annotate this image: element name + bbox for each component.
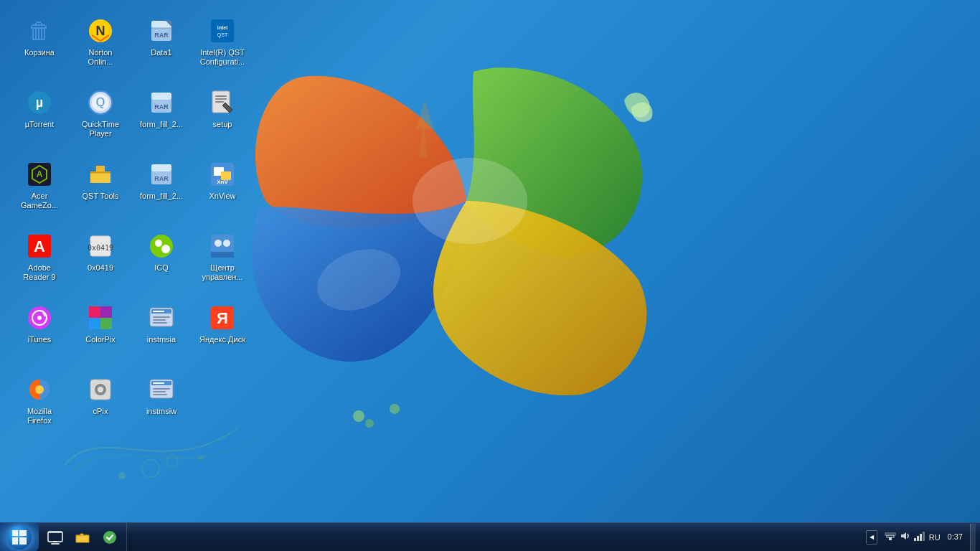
svg-rect-77	[153, 394, 167, 395]
tray-network-icon[interactable]	[885, 530, 896, 544]
svg-point-51	[223, 240, 230, 247]
svg-rect-58	[100, 318, 112, 329]
icon-quicktime-player[interactable]: Q QuickTimePlayer	[72, 83, 129, 147]
icon-cpix[interactable]: cPix	[72, 369, 129, 434]
svg-point-3	[365, 419, 374, 428]
tray-language-indicator[interactable]: RU	[929, 533, 941, 542]
icon-instmsiw[interactable]: instmsiw	[133, 369, 190, 434]
icon-data1[interactable]: RAR Data1	[133, 11, 190, 75]
tray-icons-group	[885, 530, 925, 544]
svg-point-0	[413, 158, 527, 244]
svg-point-4	[390, 404, 400, 414]
icon-acer-gamezone[interactable]: A AcerGameZo...	[11, 154, 68, 219]
system-tray: ◀	[862, 523, 980, 551]
svg-rect-35	[151, 164, 171, 171]
svg-rect-64	[153, 322, 167, 324]
svg-text:A: A	[37, 169, 43, 179]
tray-expand-button[interactable]: ◀	[866, 530, 877, 545]
svg-rect-85	[885, 533, 895, 535]
svg-rect-29	[215, 98, 227, 100]
icon-0x0419[interactable]: 0x0419 0x0419	[72, 226, 129, 291]
taskbar-clock[interactable]: 0:37	[945, 532, 966, 542]
icon-form-fill-2a[interactable]: RAR form_fill_2...	[133, 83, 190, 147]
svg-point-2	[353, 410, 364, 422]
icon-colorpix[interactable]: ColorPix	[72, 298, 129, 362]
svg-rect-28	[215, 95, 227, 97]
icon-norton[interactable]: N NortonOnlin...	[72, 11, 129, 75]
desktop-icons-container: 🗑 Корзина N NortonOnlin... RAR Data1	[7, 7, 258, 517]
svg-rect-30	[215, 101, 224, 103]
svg-text:RAR: RAR	[154, 103, 169, 110]
icon-utorrent[interactable]: µ µTorrent	[11, 83, 68, 147]
taskbar-explorer[interactable]	[70, 524, 95, 550]
icon-itunes[interactable]: iTunes	[11, 298, 68, 362]
svg-rect-61	[153, 311, 164, 312]
icon-instmsia[interactable]: instmsia	[133, 298, 190, 362]
clock-time: 0:37	[948, 532, 963, 542]
svg-text:Я: Я	[217, 309, 228, 327]
icon-xnview[interactable]: XnV XnView	[194, 154, 251, 219]
svg-point-1	[308, 238, 409, 321]
windows-logo	[251, 57, 696, 459]
svg-rect-48	[211, 235, 234, 252]
icon-qst-tools[interactable]: QST Tools	[72, 154, 129, 219]
icon-intel-qst[interactable]: intel QST Intel(R) QSTConfigurati...	[194, 11, 251, 75]
svg-text:RAR: RAR	[154, 32, 169, 39]
svg-rect-78	[48, 532, 62, 542]
desktop: 🗑 Корзина N NortonOnlin... RAR Data1	[0, 0, 980, 551]
svg-text:A: A	[34, 237, 45, 255]
svg-point-46	[155, 240, 162, 247]
svg-rect-79	[48, 532, 62, 533]
icon-yandex-disk[interactable]: Я Яндекс.Диск	[194, 298, 251, 362]
svg-text:µ: µ	[36, 95, 43, 110]
taskbar-show-desktop[interactable]	[42, 524, 68, 550]
svg-text:0x0419: 0x0419	[88, 244, 113, 252]
svg-rect-76	[153, 391, 166, 392]
svg-rect-25	[151, 93, 171, 100]
svg-point-82	[103, 531, 116, 544]
show-desktop-button[interactable]	[970, 524, 976, 551]
icon-adobe-reader[interactable]: A AdobeReader 9	[11, 226, 68, 291]
svg-text:RAR: RAR	[154, 175, 169, 182]
svg-rect-55	[89, 306, 100, 318]
svg-text:XnV: XnV	[217, 179, 228, 185]
svg-text:intel: intel	[217, 25, 227, 30]
svg-point-71	[98, 387, 103, 392]
start-orb	[7, 525, 32, 550]
svg-rect-15	[211, 19, 234, 42]
svg-rect-75	[153, 388, 170, 390]
svg-rect-88	[920, 534, 922, 541]
tray-volume-icon[interactable]	[899, 530, 910, 544]
svg-point-47	[161, 245, 170, 253]
svg-text:Q: Q	[96, 96, 105, 108]
taskbar-green-app[interactable]	[97, 524, 123, 550]
svg-rect-74	[153, 382, 164, 384]
tray-signal-icon[interactable]	[913, 530, 925, 544]
icon-setup[interactable]: setup	[194, 83, 251, 147]
svg-rect-49	[211, 252, 234, 258]
svg-point-54	[37, 316, 42, 320]
svg-rect-63	[153, 319, 166, 321]
icon-control-panel[interactable]: Щентруправлен...	[194, 226, 251, 291]
icon-form-fill-2b[interactable]: RAR form_fill_2...	[133, 154, 190, 219]
icon-icq[interactable]: ICQ	[133, 226, 190, 291]
icon-mozilla-firefox[interactable]: MozillaFirefox	[11, 369, 68, 434]
svg-rect-87	[917, 536, 919, 541]
svg-point-50	[215, 240, 222, 247]
taskbar: ◀	[0, 522, 980, 551]
svg-text:QST: QST	[217, 32, 228, 38]
svg-text:N: N	[96, 24, 105, 38]
svg-rect-62	[153, 316, 170, 318]
svg-rect-57	[89, 318, 100, 329]
svg-point-68	[35, 385, 44, 394]
svg-rect-89	[923, 532, 925, 541]
icon-recycle-bin[interactable]: 🗑 Корзина	[11, 11, 68, 75]
svg-rect-81	[51, 543, 60, 545]
svg-rect-56	[100, 306, 112, 318]
svg-point-45	[150, 235, 173, 258]
svg-rect-86	[914, 538, 916, 541]
quick-launch-area	[39, 523, 127, 551]
start-button[interactable]	[0, 523, 39, 552]
